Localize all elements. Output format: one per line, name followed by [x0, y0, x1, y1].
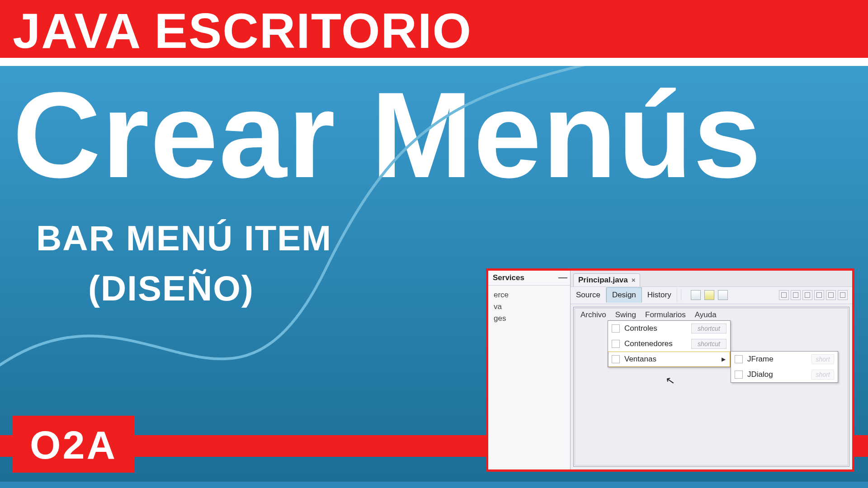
- top-banner-text: JAVA ESCRITORIO: [13, 3, 472, 58]
- left-panel-title: Services: [493, 273, 524, 282]
- align-bottom-icon[interactable]: [838, 290, 848, 300]
- connection-tool-icon[interactable]: [704, 290, 714, 300]
- tab-design[interactable]: Design: [606, 287, 642, 303]
- submenu-arrow-icon: ▶: [722, 356, 726, 362]
- checkbox-icon[interactable]: [612, 340, 620, 348]
- project-tree[interactable]: erce va ges: [488, 286, 570, 324]
- close-icon[interactable]: ×: [632, 276, 636, 284]
- checkbox-icon[interactable]: [735, 371, 743, 379]
- cursor-icon: ↖: [665, 373, 676, 387]
- design-surface[interactable]: Archivo Swing Formularios Ayuda Controle…: [571, 304, 852, 469]
- menu-formularios[interactable]: Formularios: [642, 309, 689, 321]
- ide-right-panel: Principal.java × Source Design History: [571, 271, 852, 469]
- ide-left-header: Services: [488, 271, 570, 286]
- menu-swing[interactable]: Swing: [612, 309, 640, 321]
- episode-badge: O2A: [13, 416, 134, 473]
- tree-item[interactable]: ges: [493, 313, 570, 324]
- minimize-icon[interactable]: [558, 277, 567, 278]
- editor-tab-label: Principal.java: [578, 276, 628, 285]
- submenu2-item-jdialog[interactable]: JDialog short: [731, 367, 838, 382]
- align-top-icon[interactable]: [814, 290, 824, 300]
- submenu-label: Contenedores: [624, 339, 691, 348]
- submenu2-label: JDialog: [747, 370, 811, 379]
- submenu-swing: Controles shortcut Contenedores shortcut…: [608, 320, 731, 367]
- submenu-label: Controles: [624, 324, 691, 333]
- submenu-item-ventanas[interactable]: Ventanas ▶: [608, 352, 730, 367]
- align-left-icon[interactable]: [779, 290, 789, 300]
- editor-tab[interactable]: Principal.java ×: [573, 273, 640, 286]
- shortcut-field[interactable]: short: [811, 370, 834, 380]
- align-center-icon[interactable]: [791, 290, 801, 300]
- main-area: Crear Menús BAR MENÚ ITEM (DISEÑO) O2A S…: [0, 66, 868, 482]
- submenu-item-contenedores[interactable]: Contenedores shortcut: [608, 336, 730, 352]
- align-right-icon[interactable]: [802, 290, 812, 300]
- top-banner: JAVA ESCRITORIO: [0, 0, 868, 58]
- view-tabs-row: Source Design History: [571, 287, 852, 304]
- tab-source[interactable]: Source: [571, 288, 606, 302]
- shortcut-field[interactable]: shortcut: [691, 324, 726, 333]
- checkbox-icon[interactable]: [612, 355, 620, 363]
- checkbox-icon[interactable]: [735, 355, 743, 363]
- ide-left-panel: Services erce va ges: [488, 271, 571, 469]
- tree-item[interactable]: va: [493, 301, 570, 313]
- banner-gap: [0, 58, 868, 66]
- submenu-item-controles[interactable]: Controles shortcut: [608, 321, 730, 336]
- preview-tool-icon[interactable]: [718, 290, 728, 300]
- checkbox-icon[interactable]: [612, 324, 620, 333]
- selection-tool-icon[interactable]: [691, 290, 701, 300]
- shortcut-field[interactable]: short: [811, 354, 834, 364]
- submenu2-item-jframe[interactable]: JFrame short: [731, 352, 838, 367]
- editor-tab-bar: Principal.java ×: [571, 271, 852, 287]
- form-menubar: Archivo Swing Formularios Ayuda: [577, 309, 852, 321]
- toolbar-separator: [681, 290, 685, 300]
- ide-window: Services erce va ges Principal.java × So…: [486, 268, 854, 472]
- tab-history[interactable]: History: [642, 288, 677, 302]
- menu-archivo[interactable]: Archivo: [577, 309, 610, 321]
- submenu-label: Ventanas: [624, 355, 722, 364]
- align-tool-group: [779, 290, 848, 300]
- submenu2-label: JFrame: [747, 355, 811, 364]
- shortcut-field[interactable]: shortcut: [691, 339, 726, 349]
- align-middle-icon[interactable]: [826, 290, 836, 300]
- submenu-ventanas: JFrame short JDialog short: [731, 351, 838, 383]
- tree-item[interactable]: erce: [493, 289, 570, 301]
- menu-ayuda[interactable]: Ayuda: [691, 309, 720, 321]
